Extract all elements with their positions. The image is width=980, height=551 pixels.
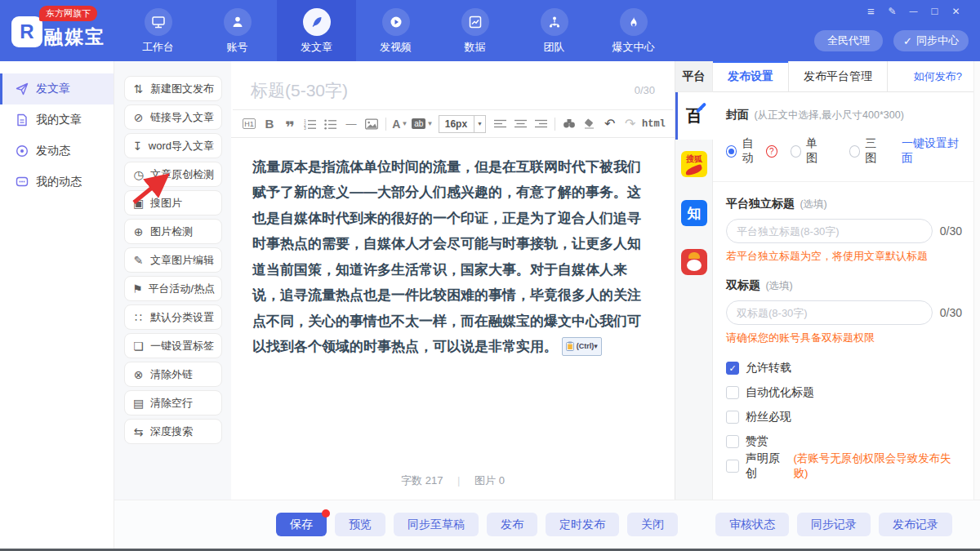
align-right-icon[interactable]	[534, 116, 547, 132]
download-icon: ↧	[132, 140, 143, 153]
option-reward[interactable]: 赞赏	[726, 429, 962, 454]
option-fans-visible[interactable]: 粉丝必现	[726, 405, 962, 429]
tab-platform-management[interactable]: 发布平台管理	[789, 61, 888, 91]
tool-one-key-tags[interactable]: ❏一键设置标签	[124, 333, 222, 358]
app-header: R 东方网旗下 融媒宝 工作台 账号 发文章 发视频	[0, 0, 980, 61]
radio-cover-single[interactable]	[791, 145, 801, 158]
platform-item-cartoon-app[interactable]	[675, 238, 713, 287]
align-center-icon[interactable]	[514, 116, 527, 132]
checkbox-fans-visible[interactable]	[726, 411, 739, 424]
bold-icon[interactable]: B	[263, 116, 276, 132]
nav-item-workbench[interactable]: 工作台	[118, 0, 198, 61]
lines-icon: ▤	[132, 397, 145, 410]
tool-default-category[interactable]: ∷默认分类设置	[124, 304, 222, 330]
sidebar-item-my-articles[interactable]: 我的文章	[0, 104, 114, 136]
redo-icon[interactable]: ↷	[624, 116, 637, 132]
nav-item-publish-article[interactable]: 发文章	[277, 0, 356, 61]
tab-publish-settings[interactable]: 发布设置	[713, 61, 789, 91]
tool-clear-external-links[interactable]: ⊗清除外链	[124, 362, 222, 387]
double-title-input[interactable]	[726, 300, 933, 325]
sync-records-button[interactable]: 同步记录	[797, 513, 871, 536]
title-input-row[interactable]: 标题(5-30字) 0/30	[233, 71, 673, 110]
publish-button[interactable]: 发布	[487, 513, 537, 536]
ordered-list-icon[interactable]: 123	[304, 116, 317, 132]
font-color-icon[interactable]: A▼	[394, 116, 407, 132]
play-icon	[382, 8, 410, 36]
toolbar-separator	[385, 118, 386, 131]
sidebar-item-publish-article[interactable]: 发文章	[0, 73, 114, 104]
option-allow-repost[interactable]: 允许转载	[726, 356, 962, 380]
save-button[interactable]: 保存	[276, 513, 327, 536]
scrollbar-track[interactable]	[973, 61, 980, 500]
highlight-color-icon[interactable]: ab▼	[414, 116, 431, 132]
nav-item-team[interactable]: 团队	[514, 0, 594, 61]
horizontal-rule-icon[interactable]: —	[345, 116, 358, 132]
sidebar-item-my-moments[interactable]: 我的动态	[0, 167, 114, 198]
heading-icon[interactable]: H1	[243, 118, 256, 129]
menu-icon[interactable]	[864, 4, 878, 18]
app-logo: R	[11, 16, 42, 47]
double-title-section: 双标题 (选填) 0/30 请确保您的账号具备双标题权限	[726, 278, 962, 345]
preview-button[interactable]: 预览	[335, 513, 385, 536]
radio-cover-auto[interactable]	[726, 145, 737, 158]
insert-image-icon[interactable]	[365, 116, 378, 132]
tool-link-import[interactable]: ⊘链接导入文章	[124, 104, 222, 130]
align-left-icon[interactable]	[493, 116, 506, 132]
national-agent-button[interactable]: 全民代理	[814, 30, 883, 51]
paste-options-widget[interactable]: (Ctrl)▾	[562, 337, 602, 356]
close-icon[interactable]	[949, 4, 963, 18]
platform-item-baijiahao[interactable]: 百	[675, 92, 713, 140]
nav-item-publish-video[interactable]: 发视频	[356, 0, 435, 61]
review-status-button[interactable]: 审核状态	[715, 513, 789, 536]
one-key-cover-link[interactable]: 一键设置封面	[902, 136, 962, 166]
nav-item-accounts[interactable]: 账号	[198, 0, 277, 61]
checkbox-auto-optimize-title[interactable]	[726, 386, 739, 399]
checkbox-reward[interactable]	[726, 435, 739, 448]
nav-item-hot-article-center[interactable]: 爆文中心	[594, 0, 673, 61]
feedback-icon[interactable]	[885, 4, 899, 18]
eraser-icon[interactable]	[583, 116, 596, 132]
help-question-icon[interactable]: ?	[766, 145, 777, 158]
title-counter: 0/30	[635, 84, 655, 96]
nav-item-data[interactable]: 数据	[435, 0, 514, 61]
editor-toolbar: H1 B ❞ 123 — A▼ ab▼ 16px ▼ ↶ ↷ html	[231, 110, 675, 138]
chevron-down-icon[interactable]: ▼	[474, 116, 485, 132]
checkbox-declare-original[interactable]	[726, 460, 739, 473]
sidebar-item-publish-moment[interactable]: 发动态	[0, 136, 114, 167]
html-source-button[interactable]: html	[644, 116, 663, 132]
option-auto-optimize-title[interactable]: 自动优化标题	[726, 380, 962, 405]
platform-title-input[interactable]	[726, 219, 933, 243]
tool-originality-check[interactable]: ◷文章原创检测	[124, 162, 222, 187]
find-replace-icon[interactable]	[563, 116, 576, 132]
font-size-select[interactable]: 16px ▼	[439, 115, 486, 133]
tool-search-images[interactable]: ▣搜图片	[124, 190, 222, 216]
sync-center-button[interactable]: ✓ 同步中心	[893, 30, 969, 51]
tool-platform-activity[interactable]: ⚑平台活动/热点	[124, 276, 222, 301]
tool-deep-search[interactable]: ⇆深度搜索	[124, 419, 222, 444]
tool-new-article[interactable]: ⇅新建图文发布	[124, 76, 222, 101]
publish-records-button[interactable]: 发布记录	[879, 513, 952, 536]
main-nav: 工作台 账号 发文章 发视频 数据	[118, 0, 673, 61]
sync-to-draft-button[interactable]: 同步至草稿	[394, 513, 479, 536]
checkbox-allow-repost[interactable]	[726, 362, 739, 375]
blockquote-icon[interactable]: ❞	[283, 116, 296, 132]
tool-article-image-edit[interactable]: ✎文章图片编辑	[124, 247, 222, 273]
sohu-icon: 搜狐	[681, 151, 707, 177]
how-to-publish-link[interactable]: 如何发布?	[914, 61, 973, 91]
tool-word-import[interactable]: ↧word导入文章	[124, 133, 222, 158]
cover-section: 封面 (从正文中选择,最小尺寸400*300) 自动 ? 单图 三图 一键设置封…	[726, 107, 962, 166]
radio-cover-triple[interactable]	[849, 145, 860, 158]
undo-icon[interactable]: ↶	[604, 116, 617, 132]
maximize-icon[interactable]	[928, 4, 942, 18]
tool-clear-empty-lines[interactable]: ▤清除空行	[124, 390, 222, 415]
article-body[interactable]: 流量原本是指流体单位时间的流量，但是在互联网时代下被我们赋予了新的意义——大部分…	[231, 138, 675, 360]
tool-image-check[interactable]: ⊕图片检测	[124, 219, 222, 244]
platform-item-zhihu[interactable]: 知	[675, 189, 713, 238]
scheduled-publish-button[interactable]: 定时发布	[546, 513, 619, 536]
platform-item-sohu[interactable]: 搜狐	[675, 140, 713, 189]
option-declare-original[interactable]: 声明原创 (若账号无原创权限会导致发布失败)	[726, 454, 962, 478]
close-button[interactable]: 关闭	[627, 513, 678, 536]
minimize-icon[interactable]	[906, 4, 920, 18]
magnifier-plus-icon: ⊕	[132, 225, 145, 238]
unordered-list-icon[interactable]	[324, 116, 337, 132]
